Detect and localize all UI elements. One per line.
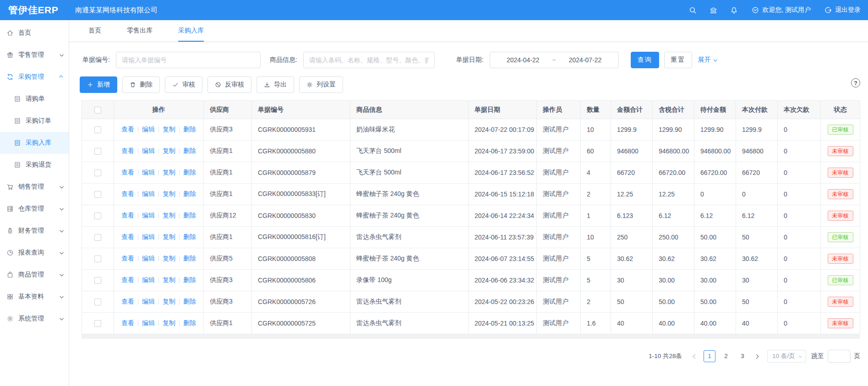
sidebar-item-purchase-inbound[interactable]: 采购入库 [0,132,69,154]
copy-link[interactable]: 复制 [163,190,175,197]
reset-button[interactable]: 重置 [664,52,692,68]
delete-link[interactable]: 删除 [183,212,196,219]
copy-link[interactable]: 复制 [163,298,175,305]
sidebar-item-purchase-order[interactable]: 采购订单 [0,110,69,132]
row-checkbox[interactable] [94,148,101,155]
column-settings-button[interactable]: 列设置 [299,76,343,93]
page-number-2[interactable]: 2 [720,350,732,362]
row-checkbox[interactable] [94,234,101,241]
view-link[interactable]: 查看 [121,319,134,326]
copy-link[interactable]: 复制 [163,212,175,219]
view-link[interactable]: 查看 [121,125,134,133]
row-checkbox[interactable] [94,299,101,305]
copy-link[interactable]: 复制 [163,255,175,262]
prev-page-button[interactable] [689,350,701,362]
product-info-input[interactable] [303,52,435,68]
edit-link[interactable]: 编辑 [142,147,155,154]
sidebar-item-finance-management[interactable]: 财务管理 [0,220,69,242]
sidebar-item-retail-management[interactable]: 零售管理 [0,44,69,66]
sidebar-item-purchase-management[interactable]: 采购管理 [0,66,69,88]
page-number-3[interactable]: 3 [737,350,748,362]
delete-link[interactable]: 删除 [183,233,196,240]
sidebar-item-report-query[interactable]: 报表查询 [0,242,69,264]
next-page-button[interactable] [751,350,763,362]
view-link[interactable]: 查看 [121,276,134,283]
jump-page-input[interactable] [828,350,851,363]
bank-icon[interactable] [710,6,717,14]
debt-cell: 0 [778,227,821,248]
edit-link[interactable]: 编辑 [142,212,155,219]
horizontal-scrollbar[interactable] [82,334,860,339]
sync-icon [6,73,14,81]
search-button[interactable]: 查询 [631,52,659,68]
edit-link[interactable]: 编辑 [142,276,155,283]
date-range-picker[interactable]: 2024-04-22 ~ 2024-07-22 [490,52,619,68]
delete-link[interactable]: 删除 [183,298,196,305]
view-link[interactable]: 查看 [121,190,134,197]
sidebar-item-system-management[interactable]: 系统管理 [0,308,69,330]
help-icon[interactable]: ? [851,78,860,87]
row-checkbox[interactable] [94,212,101,219]
row-checkbox[interactable] [94,169,101,176]
copy-link[interactable]: 复制 [163,125,175,133]
date-to-value[interactable]: 2024-07-22 [569,56,602,64]
audit-button[interactable]: 审核 [165,76,202,93]
delete-link[interactable]: 删除 [183,255,196,262]
expand-link[interactable]: 展开 [698,56,716,64]
sidebar-item-sales-management[interactable]: 销售管理 [0,176,69,198]
edit-link[interactable]: 编辑 [142,169,155,176]
view-link[interactable]: 查看 [121,147,134,154]
unaudit-button[interactable]: 反审核 [207,76,251,93]
copy-link[interactable]: 复制 [163,276,175,283]
delete-link[interactable]: 删除 [183,125,196,133]
tab-retail-outbound[interactable]: 零售出库 [127,20,153,42]
search-icon[interactable] [689,6,697,14]
sidebar-item-warehouse-management[interactable]: 仓库管理 [0,198,69,220]
view-link[interactable]: 查看 [121,169,134,176]
export-button[interactable]: 导出 [257,76,294,93]
sidebar-item-basic-data[interactable]: 基本资料 [0,286,69,308]
page-size-select[interactable]: 10 条/页 [767,350,806,363]
tab-purchase-inbound[interactable]: 采购入库 [178,20,204,42]
bell-icon[interactable] [730,6,738,14]
view-link[interactable]: 查看 [121,255,134,262]
copy-link[interactable]: 复制 [163,147,175,154]
user-menu[interactable]: 欢迎您, 测试用户 [752,6,811,14]
sidebar-item-purchase-request[interactable]: 请购单 [0,88,69,110]
sidebar-item-home[interactable]: 首页 [0,22,69,44]
logout-label: 退出登录 [835,6,861,14]
select-all-checkbox[interactable] [94,107,101,114]
edit-link[interactable]: 编辑 [142,233,155,240]
delete-link[interactable]: 删除 [183,319,196,326]
edit-link[interactable]: 编辑 [142,190,155,197]
delete-link[interactable]: 删除 [183,190,196,197]
row-checkbox[interactable] [94,126,101,133]
delete-link[interactable]: 删除 [183,169,196,176]
delete-link[interactable]: 删除 [183,276,196,283]
row-checkbox[interactable] [94,191,101,198]
row-checkbox[interactable] [94,277,101,284]
tab-home[interactable]: 首页 [88,20,101,42]
view-link[interactable]: 查看 [121,233,134,240]
row-checkbox[interactable] [94,320,101,327]
sidebar-item-purchase-return[interactable]: 采购退货 [0,154,69,176]
edit-link[interactable]: 编辑 [142,255,155,262]
edit-link[interactable]: 编辑 [142,319,155,326]
edit-link[interactable]: 编辑 [142,125,155,133]
delete-button[interactable]: 删除 [122,76,160,93]
delete-link[interactable]: 删除 [183,147,196,154]
copy-link[interactable]: 复制 [163,233,175,240]
date-from-value[interactable]: 2024-04-22 [507,56,540,64]
page-number-1[interactable]: 1 [704,350,715,362]
logout-button[interactable]: 退出登录 [824,6,861,14]
ban-icon [215,82,221,88]
row-checkbox[interactable] [94,256,101,262]
sidebar-item-goods-management[interactable]: 商品管理 [0,264,69,286]
view-link[interactable]: 查看 [121,298,134,305]
order-no-input[interactable] [116,52,261,68]
view-link[interactable]: 查看 [121,212,134,219]
copy-link[interactable]: 复制 [163,169,175,176]
add-button[interactable]: 新增 [80,76,117,93]
edit-link[interactable]: 编辑 [142,298,155,305]
copy-link[interactable]: 复制 [163,319,175,326]
